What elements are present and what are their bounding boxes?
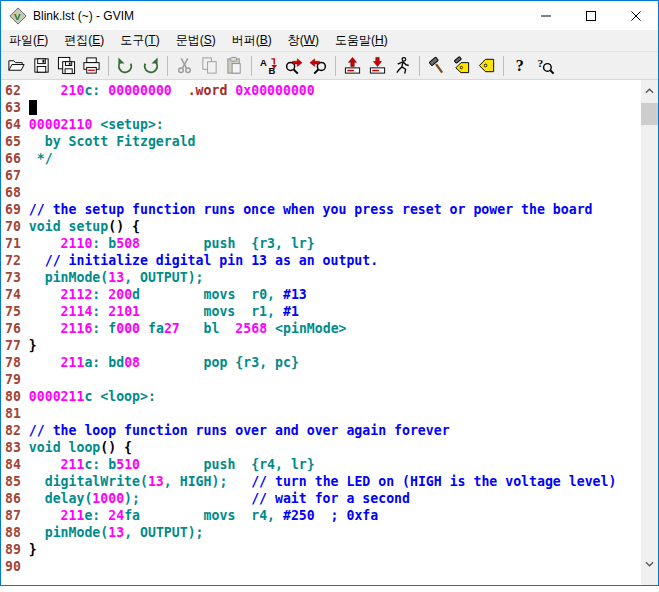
code-token: digitalWrite( — [45, 474, 148, 489]
code-line[interactable]: 78 211a: bd08 pop {r3, pc} — [5, 354, 641, 371]
code-line[interactable]: 84 211c: b510 push {r4, lr} — [5, 456, 641, 473]
code-line[interactable]: 6400002110 <setup>: — [5, 116, 641, 133]
code-line[interactable]: 67 — [5, 167, 641, 184]
code-line[interactable]: 71 2110: b508 push {r3, lr} — [5, 235, 641, 252]
code-token: pinMode( — [45, 525, 109, 540]
minimize-button[interactable] — [523, 1, 568, 30]
code-token: #1 — [283, 304, 299, 319]
code-line[interactable]: 63 — [5, 99, 641, 116]
code-token: .word — [188, 83, 228, 98]
save-all-button[interactable] — [54, 54, 79, 78]
vertical-scrollbar[interactable] — [641, 80, 658, 585]
code-line[interactable]: 85 digitalWrite(13, HIGH); // turn the L… — [5, 473, 641, 490]
make-button[interactable] — [424, 54, 449, 78]
find-prev-button[interactable] — [306, 54, 331, 78]
scrollbar-thumb[interactable] — [641, 103, 658, 125]
code-line[interactable]: 66 */ — [5, 150, 641, 167]
scroll-up-button[interactable] — [641, 82, 658, 99]
code-token — [140, 508, 204, 523]
code-line[interactable]: 74 2112: 200d movs r0, #13 — [5, 286, 641, 303]
maximize-button[interactable] — [568, 1, 613, 30]
tag-jump-button[interactable] — [474, 54, 499, 78]
text-area[interactable]: 62 210c: 00000000 .word 0x0000000063 640… — [1, 80, 658, 585]
chevron-up-icon — [645, 88, 654, 94]
code-line[interactable]: 70void setup() { — [5, 218, 641, 235]
undo-button[interactable] — [113, 54, 138, 78]
menu-item-f[interactable]: 파일(F) — [1, 30, 56, 51]
save-button[interactable] — [29, 54, 54, 78]
copy-icon — [200, 56, 219, 75]
code-line[interactable]: 68 — [5, 184, 641, 201]
code-token — [29, 321, 61, 336]
gvim-window: V Blink.lst (~) - GVIM 파일(F)편집(E)도구(T)문법… — [0, 0, 659, 586]
redo-button[interactable] — [138, 54, 163, 78]
code-token — [140, 321, 148, 336]
line-number: 78 — [5, 354, 29, 371]
save-session-button[interactable] — [365, 54, 390, 78]
code-token: 2568 — [235, 321, 267, 336]
line-number: 81 — [5, 405, 29, 422]
code-line[interactable]: 90 — [5, 558, 641, 575]
line-number: 62 — [5, 82, 29, 99]
code-line[interactable]: 89} — [5, 541, 641, 558]
code-line[interactable]: 81 — [5, 405, 641, 422]
code-line[interactable]: 86 delay(1000); // wait for a second — [5, 490, 641, 507]
maximize-icon — [586, 11, 596, 21]
code-line[interactable]: 69// the setup function runs once when y… — [5, 201, 641, 218]
menu-item-t[interactable]: 도구(T) — [112, 30, 167, 51]
menu-item-h[interactable]: 도움말(H) — [327, 30, 396, 51]
toolbar-separator — [108, 56, 109, 76]
titlebar[interactable]: V Blink.lst (~) - GVIM — [1, 1, 658, 30]
code-line[interactable]: 65 by Scott Fitzgerald — [5, 133, 641, 150]
toolbar-separator — [335, 56, 336, 76]
paste-button — [222, 54, 247, 78]
code-token: // initialize digital pin 13 as an outpu… — [45, 253, 378, 268]
build-tags-button[interactable] — [449, 54, 474, 78]
code-line[interactable]: 800000211c <loop>: — [5, 388, 641, 405]
menu-item-e[interactable]: 편집(E) — [56, 30, 112, 51]
find-next-button[interactable] — [281, 54, 306, 78]
code-line[interactable]: 73 pinMode(13, OUTPUT); — [5, 269, 641, 286]
code-token — [29, 457, 61, 472]
code-token: void loop — [29, 440, 100, 455]
code-line[interactable]: 87 211e: 24fa movs r4, #250 ; 0xfa — [5, 507, 641, 524]
code-line[interactable]: 88 pinMode(13, OUTPUT); — [5, 524, 641, 541]
code-line[interactable]: 62 210c: 00000000 .word 0x00000000 — [5, 82, 641, 99]
scroll-down-button[interactable] — [641, 555, 658, 572]
code-listing[interactable]: 62 210c: 00000000 .word 0x0000000063 640… — [1, 80, 641, 585]
code-line[interactable]: 72 // initialize digital pin 13 as an ou… — [5, 252, 641, 269]
open-file-icon — [7, 56, 26, 75]
menu-item-w[interactable]: 창(W) — [280, 30, 327, 51]
code-line[interactable]: 83void loop() { — [5, 439, 641, 456]
code-line[interactable]: 82// the loop function runs over and ove… — [5, 422, 641, 439]
code-token: 0000211 — [29, 389, 85, 404]
code-line[interactable]: 77} — [5, 337, 641, 354]
run-script-button[interactable] — [390, 54, 415, 78]
code-line[interactable]: 79 — [5, 371, 641, 388]
chevron-down-icon — [645, 561, 654, 567]
code-token: pop {r3, pc} — [204, 355, 299, 370]
close-button[interactable] — [613, 1, 658, 30]
menu-item-s[interactable]: 문법(S) — [168, 30, 224, 51]
code-line[interactable]: 76 2116: f000 fa27 bl 2568 <pinMode> — [5, 320, 641, 337]
minimize-icon — [541, 11, 551, 21]
line-number: 69 — [5, 201, 29, 218]
code-line[interactable]: 75 2114: 2101 movs r1, #1 — [5, 303, 641, 320]
code-token: 13 — [108, 270, 124, 285]
line-number: 80 — [5, 388, 29, 405]
toolbar-separator — [503, 56, 504, 76]
svg-text:?: ? — [537, 57, 543, 69]
find-help-button[interactable]: ? — [533, 54, 558, 78]
open-button[interactable] — [4, 54, 29, 78]
print-button[interactable] — [79, 54, 104, 78]
code-token: } — [29, 338, 37, 353]
find-replace-button[interactable]: AB — [256, 54, 281, 78]
code-token: 2114 — [61, 304, 93, 319]
load-session-button[interactable] — [340, 54, 365, 78]
code-token: 2110 — [61, 236, 93, 251]
code-token — [29, 253, 45, 268]
help-button[interactable]: ? — [508, 54, 533, 78]
code-token — [172, 83, 188, 98]
line-number: 85 — [5, 473, 29, 490]
menu-item-b[interactable]: 버퍼(B) — [224, 30, 280, 51]
